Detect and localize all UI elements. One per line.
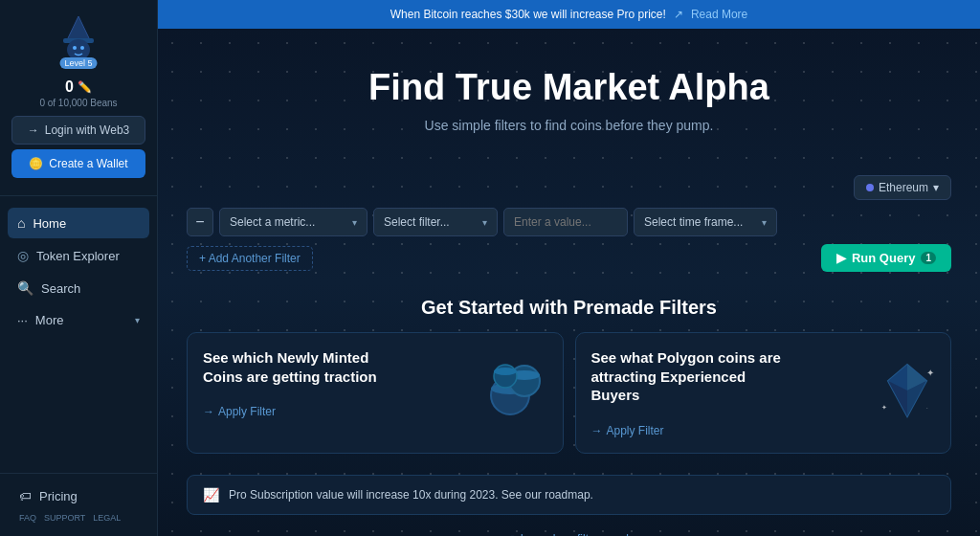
hero-content: Find True Market Alpha Use simple filter… xyxy=(158,29,980,175)
run-query-label: Run Query xyxy=(852,251,915,265)
sidebar-bottom: 🏷 Pricing FAQ SUPPORT LEGAL xyxy=(0,473,157,536)
chevron-down-icon: ▾ xyxy=(762,217,767,228)
external-link-icon: ↗ xyxy=(506,532,516,537)
sidebar-item-home[interactable]: ⌂ Home xyxy=(8,208,149,238)
premade-card-title: See what Polygon coins are attracting Ex… xyxy=(591,348,798,405)
svg-text:·: · xyxy=(926,405,928,411)
network-button[interactable]: Ethereum ▾ xyxy=(854,175,951,200)
legal-link[interactable]: LEGAL xyxy=(93,513,121,523)
score-row: 0 ✏️ xyxy=(65,78,92,96)
learn-link-container: ↗ Learn how filters work xyxy=(158,525,980,537)
add-filter-label: + Add Another Filter xyxy=(199,252,301,265)
sidebar-item-search[interactable]: 🔍 Search xyxy=(8,273,149,303)
svg-marker-0 xyxy=(67,16,90,40)
footer-links: FAQ SUPPORT LEGAL xyxy=(10,509,147,526)
sidebar-item-label: Token Explorer xyxy=(36,249,120,263)
login-button[interactable]: → Login with Web3 xyxy=(11,116,145,145)
banner-text: When Bitcoin reaches $30k we will increa… xyxy=(390,8,666,21)
hero-title: Find True Market Alpha xyxy=(177,67,961,108)
svg-point-3 xyxy=(73,46,77,50)
sidebar-item-more[interactable]: ··· More ▾ xyxy=(8,305,149,335)
level-badge: Level 5 xyxy=(59,57,97,69)
timeframe-select[interactable]: Select time frame... ▾ xyxy=(634,208,777,236)
premade-title: Get Started with Premade Filters xyxy=(187,297,951,319)
svg-text:✦: ✦ xyxy=(926,368,934,378)
timeframe-placeholder: Select time frame... xyxy=(644,215,743,229)
search-icon: 🔍 xyxy=(17,280,33,296)
premade-cards: See which Newly Minted Coins are getting… xyxy=(187,332,951,454)
value-input[interactable] xyxy=(503,208,628,236)
chevron-down-icon: ▾ xyxy=(933,181,939,194)
sidebar-item-label: Search xyxy=(41,281,80,296)
svg-text:✦: ✦ xyxy=(881,404,887,411)
query-count-badge: 1 xyxy=(921,252,936,264)
add-filter-button[interactable]: + Add Another Filter xyxy=(187,246,313,271)
main-content: When Bitcoin reaches $30k we will increa… xyxy=(158,0,980,536)
create-wallet-button[interactable]: 🪙 Create a Wallet xyxy=(11,149,145,178)
chevron-down-icon: ▾ xyxy=(482,217,487,228)
add-filter-row: + Add Another Filter ▶ Run Query 1 xyxy=(187,244,951,272)
filter-row: − Select a metric... ▾ Select filter... … xyxy=(187,208,951,236)
learn-filters-link[interactable]: ↗ Learn how filters work xyxy=(166,532,972,537)
sidebar-item-label: More xyxy=(35,313,64,327)
support-link[interactable]: SUPPORT xyxy=(44,513,85,523)
svg-point-4 xyxy=(80,46,84,50)
promo-bar: 📈 Pro Subscription value will increase 1… xyxy=(187,475,951,515)
run-query-button[interactable]: ▶ Run Query 1 xyxy=(821,244,951,272)
chart-icon: 📈 xyxy=(203,487,219,502)
metric-placeholder: Select a metric... xyxy=(230,215,315,229)
pricing-label: Pricing xyxy=(39,489,78,503)
hero-section: Find True Market Alpha Use simple filter… xyxy=(158,29,980,536)
faq-link[interactable]: FAQ xyxy=(19,513,36,523)
learn-link-text: Learn how filters work xyxy=(521,532,633,537)
premade-card-title: See which Newly Minted Coins are getting… xyxy=(203,348,410,386)
filter-placeholder: Select filter... xyxy=(384,215,450,229)
network-label: Ethereum xyxy=(879,181,928,194)
network-dot xyxy=(866,184,874,191)
home-icon: ⌂ xyxy=(17,215,25,231)
chevron-down-icon: ▾ xyxy=(352,217,357,228)
read-more-link[interactable]: Read More xyxy=(691,8,747,21)
filter-select[interactable]: Select filter... ▾ xyxy=(373,208,498,236)
avatar-container: Level 5 xyxy=(50,11,107,73)
login-icon: → xyxy=(28,123,39,137)
filter-area: Ethereum ▾ − Select a metric... ▾ Select… xyxy=(158,175,980,287)
metric-select[interactable]: Select a metric... ▾ xyxy=(219,208,368,236)
sidebar: Level 5 0 ✏️ 0 of 10,000 Beans → Login w… xyxy=(0,0,158,536)
external-link-icon: ↗ xyxy=(674,8,683,21)
diamond-illustration: ✦ ✦ · xyxy=(874,357,941,428)
sidebar-top: Level 5 0 ✏️ 0 of 10,000 Beans → Login w… xyxy=(0,0,157,196)
sidebar-item-label: Home xyxy=(33,216,66,231)
more-icon: ··· xyxy=(17,313,28,327)
chevron-down-icon: ▾ xyxy=(135,315,140,325)
score-number: 0 xyxy=(65,78,74,96)
coins-illustration xyxy=(477,352,553,433)
svg-point-10 xyxy=(494,368,517,375)
sidebar-item-pricing[interactable]: 🏷 Pricing xyxy=(10,483,147,509)
network-selector: Ethereum ▾ xyxy=(187,175,951,200)
premade-card-1[interactable]: See which Newly Minted Coins are getting… xyxy=(187,332,564,454)
hero-subtitle: Use simple filters to find coins before … xyxy=(177,118,961,133)
pencil-icon: ✏️ xyxy=(78,80,92,94)
sidebar-nav: ⌂ Home ◎ Token Explorer 🔍 Search ··· Mor… xyxy=(0,196,157,473)
token-icon: ◎ xyxy=(17,248,29,263)
beans-label: 0 of 10,000 Beans xyxy=(39,98,117,108)
sidebar-item-token-explorer[interactable]: ◎ Token Explorer xyxy=(8,240,149,271)
run-query-icon: ▶ xyxy=(836,251,846,265)
pricing-icon: 🏷 xyxy=(19,489,32,503)
wallet-icon: 🪙 xyxy=(29,157,43,170)
premade-section: Get Started with Premade Filters See whi… xyxy=(158,287,980,475)
remove-filter-button[interactable]: − xyxy=(187,208,213,236)
promo-text: Pro Subscription value will increase 10x… xyxy=(229,488,593,502)
premade-card-2[interactable]: See what Polygon coins are attracting Ex… xyxy=(575,332,952,454)
top-banner: When Bitcoin reaches $30k we will increa… xyxy=(158,0,980,29)
